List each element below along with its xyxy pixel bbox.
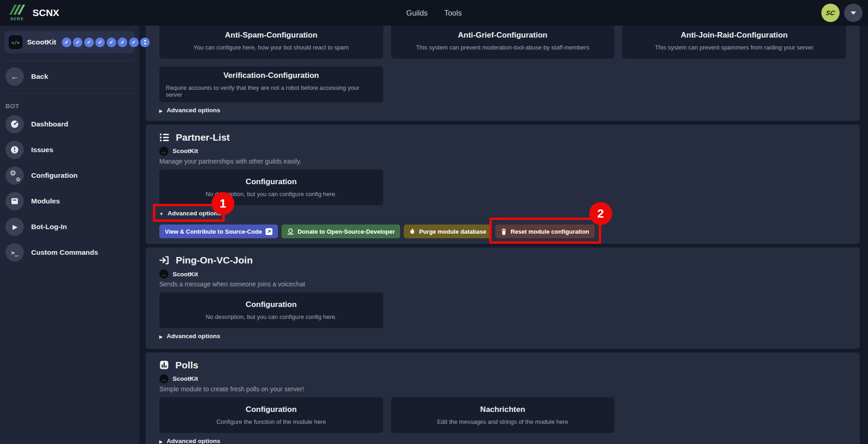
sidebar-section-bot: BOT	[0, 103, 139, 110]
sidebar-item-label: Modules	[31, 197, 60, 205]
arrow-left-icon	[5, 67, 24, 86]
poll-icon	[159, 360, 169, 370]
main-content: Anti-Spam-Configuration You can configur…	[139, 26, 868, 444]
nav-link-tools[interactable]: Tools	[444, 9, 462, 17]
trash-icon	[501, 228, 507, 235]
verified-badge-icon	[62, 38, 71, 47]
card-description: No description, but you can configure co…	[206, 191, 336, 197]
verified-badge-icon	[118, 38, 127, 47]
sidebar-item-issues[interactable]: Issues	[0, 141, 139, 159]
config-card-anti-join-raid[interactable]: Anti-Join-Raid-Configuration This system…	[622, 26, 846, 59]
section-title: Partner-List	[176, 132, 230, 143]
verified-badge-icon	[107, 38, 116, 47]
annotation-badge-2: 2	[589, 202, 612, 225]
verified-badge-icon	[129, 38, 139, 47]
sidebar-item-modules[interactable]: Modules	[0, 192, 139, 210]
donate-button[interactable]: Donate to Open-Source-Developer	[282, 225, 400, 238]
server-icon	[9, 35, 22, 49]
advanced-options-toggle-ping[interactable]: Advanced options	[159, 332, 220, 340]
card-title: Anti-Grief-Configuration	[458, 31, 547, 40]
verified-badge-icon	[95, 38, 105, 47]
dashboard-icon	[5, 115, 24, 133]
section-title: Polls	[175, 360, 198, 371]
module-section-partner-list: Partner-List ScootKit Manage your partne…	[146, 125, 860, 244]
scootkit-avatar	[159, 147, 168, 156]
module-owner: ScootKit	[173, 375, 198, 382]
config-card-polls-configuration[interactable]: Configuration Configure the function of …	[159, 397, 383, 433]
purge-database-button[interactable]: Purge module database	[404, 225, 492, 238]
server-badges	[62, 38, 150, 47]
sign-in-icon	[159, 255, 169, 265]
module-section-polls: Polls ScootKit Simple module to create f…	[146, 352, 860, 444]
advanced-options-toggle-partner[interactable]: Advanced options 1	[159, 209, 221, 217]
advanced-options-label: Advanced options	[167, 107, 220, 114]
card-title: Nachrichten	[480, 405, 525, 414]
terminal-icon	[5, 243, 24, 262]
scootkit-avatar	[159, 374, 168, 384]
external-link-icon	[266, 228, 272, 235]
fire-icon	[409, 228, 415, 235]
server-selector[interactable]: ScootKit	[5, 31, 135, 53]
navbar-links: Guilds Tools	[406, 9, 461, 17]
section-description: Sends a message when someone joins a voi…	[159, 280, 846, 288]
verified-badge-icon	[84, 38, 94, 47]
divider	[5, 93, 134, 93]
sidebar: ScootKit Back BOT Dashboard Issues	[0, 26, 139, 444]
issue-icon	[5, 141, 24, 159]
config-card-anti-spam[interactable]: Anti-Spam-Configuration You can configur…	[159, 26, 383, 59]
triangle-right-icon	[159, 333, 163, 340]
sidebar-item-dashboard[interactable]: Dashboard	[0, 115, 139, 133]
config-card-verification[interactable]: Verification-Configuration Require accou…	[159, 66, 383, 102]
sidebar-item-label: Configuration	[31, 171, 78, 180]
advanced-options-label: Advanced options	[167, 438, 220, 444]
back-button[interactable]: Back	[0, 67, 139, 86]
divider	[5, 60, 134, 61]
sort-badge-icon	[140, 38, 150, 47]
card-description: Require accounts to verify that they are…	[166, 84, 377, 98]
reset-module-configuration-button[interactable]: Reset module configuration	[495, 225, 595, 238]
brand-home-link[interactable]: scnx SCNX	[7, 5, 59, 21]
sidebar-item-label: Custom Commands	[31, 248, 98, 257]
advanced-options-label: Advanced options	[167, 333, 220, 340]
brand-name: SCNX	[33, 7, 59, 18]
avatar-initials: SC	[825, 9, 835, 16]
config-card-partner-configuration[interactable]: Configuration No description, but you ca…	[159, 170, 383, 205]
advanced-buttons-row: View & Contribute to Source-Code Donate …	[159, 225, 846, 238]
card-description: No description, but you can configure co…	[206, 313, 336, 320]
section-description: Simple module to create fresh polls on y…	[159, 385, 846, 393]
section-description: Manage your partnerships with other guil…	[159, 158, 846, 165]
config-card-ping-configuration[interactable]: Configuration No description, but you ca…	[159, 292, 383, 328]
advanced-options-toggle-top[interactable]: Advanced options	[159, 106, 220, 115]
card-title: Verification-Configuration	[223, 71, 319, 80]
card-description: This system can prevent moderation-tool-…	[416, 44, 589, 51]
config-card-anti-grief[interactable]: Anti-Grief-Configuration This system can…	[391, 26, 615, 59]
sidebar-item-label: Dashboard	[31, 120, 68, 128]
button-label: Donate to Open-Source-Developer	[298, 228, 395, 235]
sidebar-item-configuration[interactable]: Configuration	[0, 166, 139, 185]
card-title: Configuration	[246, 300, 297, 309]
triangle-right-icon	[159, 438, 163, 444]
section-title: Ping-On-VC-Join	[176, 255, 253, 266]
module-owner: ScootKit	[173, 148, 198, 154]
top-navbar: scnx SCNX Guilds Tools SC	[0, 0, 868, 26]
view-source-code-button[interactable]: View & Contribute to Source-Code	[159, 225, 278, 238]
sidebar-item-bot-log-in[interactable]: Bot-Log-In	[0, 218, 139, 236]
button-label: Purge module database	[419, 228, 486, 235]
triangle-down-icon	[159, 210, 163, 217]
user-menu-button[interactable]	[844, 4, 863, 22]
server-name: ScootKit	[27, 38, 56, 46]
nav-link-guilds[interactable]: Guilds	[406, 9, 428, 17]
scootkit-avatar	[159, 269, 168, 279]
card-description: This system can prevent spammers from ra…	[655, 44, 814, 51]
button-label: Reset module configuration	[510, 228, 589, 235]
advanced-options-toggle-polls[interactable]: Advanced options	[159, 437, 220, 444]
logo-stripes-icon	[12, 5, 22, 15]
sidebar-item-custom-commands[interactable]: Custom Commands	[0, 243, 139, 262]
config-card-polls-nachrichten[interactable]: Nachrichten Edit the messages and string…	[391, 397, 615, 433]
card-title: Configuration	[246, 177, 297, 186]
module-section-top: Anti-Spam-Configuration You can configur…	[146, 26, 860, 121]
card-title: Configuration	[246, 405, 297, 414]
scnx-logo-icon: scnx	[7, 5, 27, 21]
logo-subtext: scnx	[10, 16, 23, 21]
user-avatar[interactable]: SC	[821, 4, 840, 22]
